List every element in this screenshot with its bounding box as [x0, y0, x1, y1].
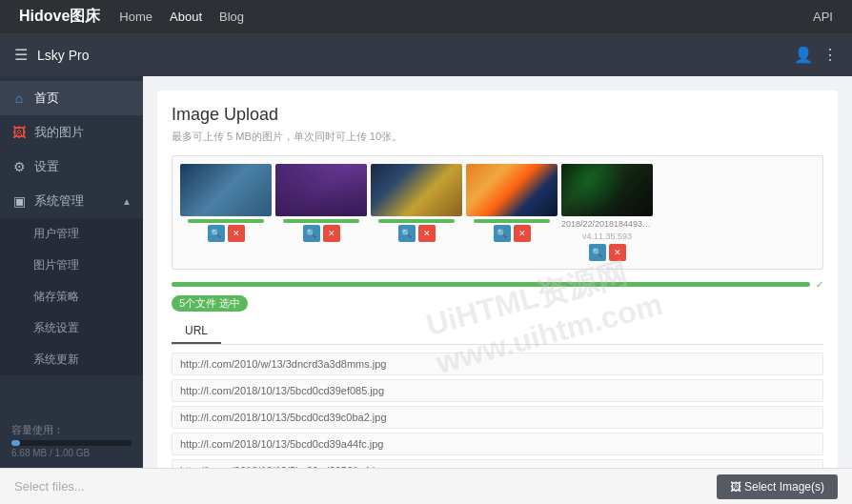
app-shell: ☰ Lsky Pro 👤 ⋮ ⌂ 首页 🖼 我的图片 ⚙ 设置 ▣ — [0, 33, 852, 504]
brand-logo: Hidove图床 — [19, 7, 100, 27]
sidebar-sub-menu: 用户管理 图片管理 储存策略 系统设置 系统更新 — [0, 218, 143, 375]
sidebar-sub-sysconfig[interactable]: 系统设置 — [0, 312, 143, 344]
thumb-item-1: 🔍 ✕ — [180, 164, 272, 242]
nav-link-home[interactable]: Home — [119, 10, 152, 24]
thumb-item-2: 🔍 ✕ — [275, 164, 367, 242]
more-icon[interactable]: ⋮ — [822, 46, 838, 64]
storage-bar — [11, 440, 132, 446]
storage-text: 6.68 MB / 1.00 GB — [11, 448, 132, 458]
top-nav-links: Home About Blog — [119, 10, 244, 24]
api-link[interactable]: API — [813, 10, 833, 24]
url-item-2: http://l.com/2018/10/13/5bcd0cd39ef085.j… — [172, 379, 823, 402]
sidebar-sub-update[interactable]: 系统更新 — [0, 344, 143, 375]
thumb5-filename: 2018/22/20181844938.jpg — [561, 219, 653, 229]
select-files-label: Select files... — [14, 479, 85, 494]
bottom-select-bar: Select files... 🖼 Select Image(s) — [0, 468, 852, 504]
url-item-5: http://l.com/2018/10/13/5bc00cd39561c4.j… — [172, 459, 823, 468]
thumb4-zoom[interactable]: 🔍 — [494, 225, 511, 242]
thumb-item-3: 🔍 ✕ — [371, 164, 462, 242]
thumb1-delete[interactable]: ✕ — [228, 225, 245, 242]
gear-icon: ⚙ — [11, 159, 27, 174]
url-item-1: http://l.com/2010/w/13/3dncrd3a3d8mms.jp… — [172, 353, 823, 375]
file-count-row: 5个文件 选中 — [172, 295, 823, 312]
progress-check: ✓ — [816, 279, 823, 290]
thumb-image-4 — [466, 164, 558, 216]
upload-hint: 最多可上传 5 MB的图片，单次同时可上传 10张。 — [172, 130, 823, 144]
nav-link-about[interactable]: About — [170, 10, 202, 24]
sidebar-item-images[interactable]: 🖼 我的图片 — [0, 115, 143, 150]
thumb5-delete[interactable]: ✕ — [609, 244, 626, 261]
chevron-icon: ▲ — [122, 196, 132, 207]
storage-bar-fill — [11, 440, 20, 446]
sidebar-settings-label: 设置 — [34, 158, 59, 175]
upload-panel: Image Upload 最多可上传 5 MB的图片，单次同时可上传 10张。 … — [157, 91, 838, 468]
overall-progress: ✓ — [172, 279, 823, 290]
sidebar-sub-images[interactable]: 图片管理 — [0, 250, 143, 281]
sidebar-sub-users[interactable]: 用户管理 — [0, 218, 143, 250]
storage-label: 容量使用： — [11, 423, 132, 437]
thumb5-filesize: v4.11.35.593 — [582, 232, 632, 241]
box-icon: ▣ — [11, 193, 27, 209]
app-title: Lsky Pro — [37, 48, 89, 63]
upload-title: Image Upload — [172, 105, 823, 125]
sidebar-sub-storage[interactable]: 储存策略 — [0, 281, 143, 312]
sidebar-images-label: 我的图片 — [34, 124, 84, 141]
thumb3-delete[interactable]: ✕ — [418, 225, 436, 242]
select-images-button[interactable]: 🖼 Select Image(s) — [717, 474, 838, 499]
thumb-item-5: 2018/22/20181844938.jpg v4.11.35.593 🔍 ✕ — [561, 164, 653, 261]
thumb1-zoom[interactable]: 🔍 — [208, 225, 225, 242]
tab-row: URL — [172, 319, 823, 345]
nav-link-blog[interactable]: Blog — [219, 10, 244, 24]
sidebar-home-label: 首页 — [34, 90, 59, 107]
sidebar-item-settings[interactable]: ⚙ 设置 — [0, 150, 143, 184]
top-nav-left: Hidove图床 Home About Blog — [19, 7, 244, 27]
tab-url[interactable]: URL — [172, 319, 221, 344]
thumb2-delete[interactable]: ✕ — [323, 225, 340, 242]
url-item-4: http://l.com/2018/10/13/5bcd0cd39a44fc.j… — [172, 433, 823, 455]
thumbnails-row: 🔍 ✕ 🔍 ✕ — [172, 155, 823, 270]
app-header: ☰ Lsky Pro 👤 ⋮ — [0, 33, 852, 76]
sidebar: ⌂ 首页 🖼 我的图片 ⚙ 设置 ▣ 系统管理 ▲ 用户管理 图片管理 储存策略… — [0, 76, 143, 468]
url-item-3: http://l.com/2018/10/13/5bcd0cd39c0ba2.j… — [172, 406, 823, 429]
home-icon: ⌂ — [11, 91, 27, 106]
app-header-left: ☰ Lsky Pro — [14, 46, 89, 64]
app-header-right: 👤 ⋮ — [794, 46, 838, 64]
url-list: http://l.com/2010/w/13/3dncrd3a3d8mms.jp… — [172, 353, 823, 468]
hamburger-icon[interactable]: ☰ — [14, 46, 28, 64]
thumb3-zoom[interactable]: 🔍 — [398, 225, 416, 242]
thumb-image-5 — [561, 164, 653, 216]
sidebar-item-admin[interactable]: ▣ 系统管理 ▲ — [0, 184, 143, 218]
thumb-item-4: 🔍 ✕ — [466, 164, 558, 242]
user-icon[interactable]: 👤 — [794, 46, 813, 64]
sidebar-item-home[interactable]: ⌂ 首页 — [0, 81, 143, 115]
main-layout: ⌂ 首页 🖼 我的图片 ⚙ 设置 ▣ 系统管理 ▲ 用户管理 图片管理 储存策略… — [0, 76, 852, 468]
content-area: Image Upload 最多可上传 5 MB的图片，单次同时可上传 10张。 … — [143, 76, 852, 468]
thumb-image-2 — [275, 164, 367, 216]
sidebar-admin-label: 系统管理 — [34, 192, 84, 210]
thumb4-delete[interactable]: ✕ — [514, 225, 531, 242]
sidebar-footer: 容量使用： 6.68 MB / 1.00 GB — [0, 413, 143, 468]
thumb5-zoom[interactable]: 🔍 — [589, 244, 606, 261]
file-count-badge: 5个文件 选中 — [172, 295, 248, 312]
top-navigation: Hidove图床 Home About Blog API — [0, 0, 852, 33]
image-icon: 🖼 — [11, 125, 27, 140]
thumb2-zoom[interactable]: 🔍 — [303, 225, 320, 242]
thumb-image-3 — [371, 164, 462, 216]
thumb-image-1 — [180, 164, 272, 216]
